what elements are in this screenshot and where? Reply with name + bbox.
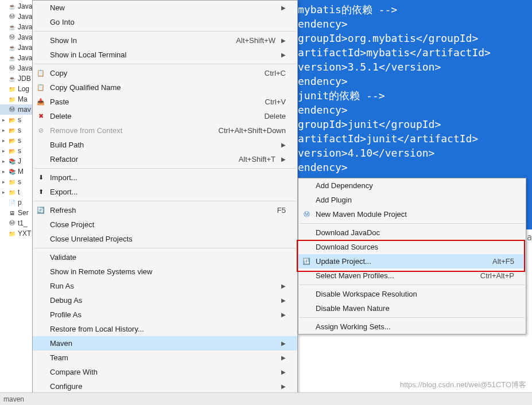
menu-item-delete[interactable]: ✖DeleteDelete	[33, 109, 297, 123]
watermark-text: https://blog.csdn.net/wei@51CTO博客	[400, 380, 526, 390]
tree-item-label: Java	[18, 33, 32, 41]
status-bar: maven	[0, 392, 532, 405]
menu-item-add-plugin[interactable]: Add Plugin	[298, 193, 526, 207]
submenu-arrow-icon: ▶	[281, 37, 286, 44]
menu-item-refresh[interactable]: 🔄RefreshF5	[33, 203, 297, 217]
code-line: version>3.5.1</version>	[298, 60, 532, 74]
menu-item-label: Run As	[50, 282, 275, 290]
expand-icon[interactable]: ▸	[2, 127, 8, 133]
menu-item-restore-from-local-history[interactable]: Restore from Local History...	[33, 322, 297, 336]
folder-icon: 📁	[8, 85, 16, 93]
tree-item[interactable]: 📁Log	[0, 84, 34, 94]
tree-item[interactable]: 📁YXT	[0, 228, 34, 239]
menu-item-new-maven-module-project[interactable]: ⓂNew Maven Module Project	[298, 207, 526, 221]
project-explorer[interactable]: ☕JavaⓂJava☕JavaⓂJava☕Java☕JavaⓂJava☕JDB📁…	[0, 0, 34, 405]
menu-item-label: Compare With	[50, 368, 275, 376]
menu-item-label: Download Sources	[316, 243, 514, 251]
tree-item[interactable]: Ⓜmav	[0, 104, 34, 115]
submenu-arrow-icon: ▶	[281, 369, 286, 375]
context-menu-main[interactable]: New▶Go IntoShow InAlt+Shift+W▶Show in Lo…	[32, 0, 298, 400]
menu-item-build-path[interactable]: Build Path▶	[33, 138, 297, 152]
menu-item-run-as[interactable]: Run As▶	[33, 279, 297, 293]
tree-item[interactable]: ▸📂s	[0, 146, 34, 156]
menu-item-go-into[interactable]: Go Into	[33, 15, 297, 29]
code-line: version>4.10</version>	[298, 146, 532, 160]
menu-item-disable-workspace-resolution[interactable]: Disable Workspace Resolution	[298, 287, 526, 301]
menu-item-debug-as[interactable]: Debug As▶	[33, 293, 297, 307]
menu-item-close-project[interactable]: Close Project	[33, 217, 297, 232]
menu-item-disable-maven-nature[interactable]: Disable Maven Nature	[298, 301, 526, 316]
server-icon: 🖥	[8, 209, 16, 217]
tree-item-label: YXT	[18, 229, 31, 237]
menu-item-show-in[interactable]: Show InAlt+Shift+W▶	[33, 33, 297, 48]
tree-item[interactable]: ☕Java	[0, 42, 34, 53]
submenu-arrow-icon: ▶	[281, 156, 286, 162]
tree-item[interactable]: ▸📚J	[0, 156, 34, 166]
library-icon: 📚	[8, 168, 16, 176]
tree-item[interactable]: ☕JDB	[0, 73, 34, 84]
tree-item[interactable]: 📄p	[0, 197, 34, 208]
expand-icon[interactable]: ▸	[2, 138, 8, 143]
expand-icon[interactable]: ▸	[2, 179, 8, 185]
tree-item[interactable]: Ⓜt1_	[0, 218, 34, 228]
menu-item-maven[interactable]: Maven▶	[33, 336, 297, 351]
menu-item-compare-with[interactable]: Compare With▶	[33, 365, 297, 379]
tree-item[interactable]: ☕Java	[0, 53, 34, 63]
tree-item[interactable]: ▸📚M	[0, 166, 34, 177]
menu-item-show-in-local-terminal[interactable]: Show in Local Terminal▶	[33, 48, 297, 62]
tree-item[interactable]: 📁Ma	[0, 94, 34, 104]
menu-item-new[interactable]: New▶	[33, 1, 297, 15]
menu-item-copy-qualified-name[interactable]: 📋Copy Qualified Name	[33, 80, 297, 95]
menu-item-label: Update Project...	[316, 257, 492, 266]
menu-item-refactor[interactable]: RefactorAlt+Shift+T▶	[33, 152, 297, 166]
tree-item[interactable]: ⓂJava	[0, 11, 34, 22]
menu-item-configure[interactable]: Configure▶	[33, 379, 297, 394]
tree-item[interactable]: ▸📁s	[0, 177, 34, 187]
maven-module-icon: Ⓜ	[302, 210, 311, 219]
menu-item-show-in-remote-systems-view[interactable]: Show in Remote Systems view	[33, 264, 297, 279]
source-folder-icon: 📂	[8, 137, 16, 145]
menu-item-shortcut: Ctrl+C	[265, 69, 286, 77]
menu-item-add-dependency[interactable]: Add Dependency	[298, 178, 526, 193]
tree-item[interactable]: ☕Java	[0, 22, 34, 32]
menu-item-label: Import...	[50, 173, 286, 182]
menu-item-download-javadoc[interactable]: Download JavaDoc	[298, 225, 526, 240]
source-folder-icon: 📂	[8, 147, 16, 155]
menu-item-validate[interactable]: Validate	[33, 250, 297, 264]
menu-item-profile-as[interactable]: Profile As▶	[33, 307, 297, 322]
expand-icon[interactable]: ▸	[2, 189, 8, 195]
submenu-arrow-icon: ▶	[281, 52, 286, 58]
menu-item-close-unrelated-projects[interactable]: Close Unrelated Projects	[33, 232, 297, 246]
tree-item[interactable]: ▸📂s	[0, 135, 34, 146]
tree-item[interactable]: ▸📂s	[0, 115, 34, 125]
tree-item[interactable]: ⓂJava	[0, 32, 34, 42]
menu-item-label: New	[50, 3, 275, 12]
tree-item-label: t1_	[18, 219, 28, 227]
context-menu-maven[interactable]: Add DependencyAdd PluginⓂNew Maven Modul…	[298, 178, 526, 334]
menu-item-copy[interactable]: 📋CopyCtrl+C	[33, 66, 297, 80]
menu-separator	[300, 285, 525, 285]
tree-item[interactable]: ▸📂s	[0, 125, 34, 135]
menu-item-import[interactable]: ⬇Import...	[33, 170, 297, 185]
expand-icon[interactable]: ▸	[2, 158, 8, 164]
remove-icon: ⊘	[36, 126, 45, 135]
expand-icon[interactable]: ▸	[2, 117, 8, 123]
java-project-icon: ☕	[8, 2, 16, 10]
menu-item-label: Show in Remote Systems view	[50, 267, 286, 276]
tree-item[interactable]: ⓂJava	[0, 63, 34, 73]
tree-item[interactable]: ☕Java	[0, 1, 34, 11]
menu-item-label: Maven	[50, 339, 275, 348]
code-line: groupId>org.mybatis</groupId>	[298, 31, 532, 45]
menu-item-download-sources[interactable]: Download Sources	[298, 240, 526, 254]
tree-item[interactable]: ▸📁t	[0, 187, 34, 197]
menu-item-select-maven-profiles[interactable]: Select Maven Profiles...Ctrl+Alt+P	[298, 268, 526, 283]
menu-item-export[interactable]: ⬆Export...	[33, 185, 297, 199]
menu-item-label: Close Unrelated Projects	[50, 235, 286, 243]
expand-icon[interactable]: ▸	[2, 148, 8, 154]
menu-item-team[interactable]: Team▶	[33, 351, 297, 365]
menu-item-update-project[interactable]: 🔃Update Project...Alt+F5	[298, 254, 526, 268]
menu-item-paste[interactable]: 📥PasteCtrl+V	[33, 95, 297, 109]
menu-item-assign-working-sets[interactable]: Assign Working Sets...	[298, 320, 526, 334]
expand-icon[interactable]: ▸	[2, 169, 8, 174]
tree-item[interactable]: 🖥Ser	[0, 208, 34, 218]
